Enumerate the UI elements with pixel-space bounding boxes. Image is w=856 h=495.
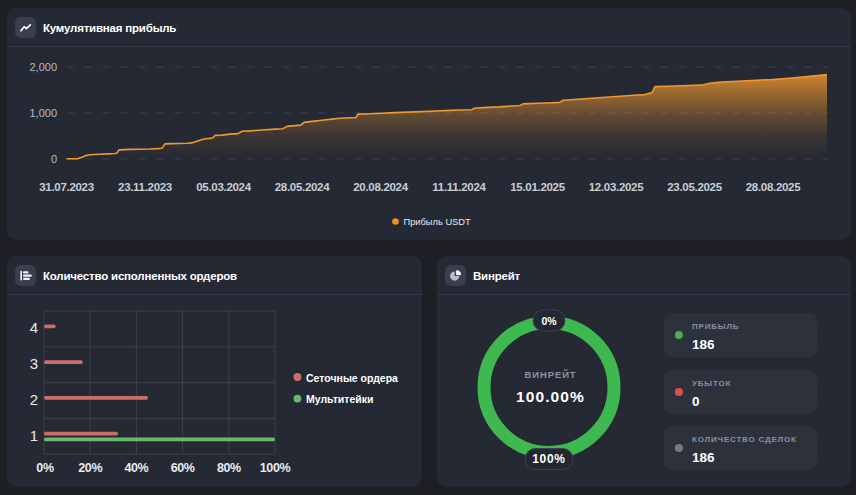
svg-text:11.11.2024: 11.11.2024 — [432, 181, 486, 193]
svg-text:0: 0 — [692, 394, 700, 409]
svg-text:0%: 0% — [36, 461, 54, 475]
svg-text:12.03.2025: 12.03.2025 — [589, 181, 644, 193]
svg-text:УБЫТОК: УБЫТОК — [692, 379, 731, 388]
svg-text:186: 186 — [692, 450, 715, 465]
svg-text:1,000: 1,000 — [29, 107, 57, 119]
svg-text:28.08.2025: 28.08.2025 — [746, 181, 801, 193]
svg-text:4: 4 — [30, 319, 38, 336]
svg-text:23.11.2023: 23.11.2023 — [118, 181, 172, 193]
svg-text:31.07.2023: 31.07.2023 — [39, 181, 94, 193]
svg-text:60%: 60% — [171, 461, 195, 475]
svg-text:ВИНРЕЙТ: ВИНРЕЙТ — [524, 369, 576, 380]
svg-text:28.05.2024: 28.05.2024 — [275, 181, 330, 193]
svg-text:0%: 0% — [541, 315, 557, 327]
svg-text:15.01.2025: 15.01.2025 — [510, 181, 565, 193]
svg-text:Сеточные ордера: Сеточные ордера — [306, 372, 398, 384]
svg-text:2,000: 2,000 — [29, 61, 57, 73]
svg-text:2: 2 — [30, 391, 38, 408]
svg-text:3: 3 — [30, 355, 38, 372]
svg-text:ПРИБЫЛЬ: ПРИБЫЛЬ — [692, 322, 739, 331]
svg-text:05.03.2024: 05.03.2024 — [196, 181, 251, 193]
svg-text:80%: 80% — [217, 461, 241, 475]
svg-text:100.00%: 100.00% — [516, 388, 585, 405]
svg-text:20%: 20% — [78, 461, 102, 475]
svg-text:100%: 100% — [532, 452, 566, 466]
svg-text:40%: 40% — [124, 461, 148, 475]
svg-text:20.08.2024: 20.08.2024 — [353, 181, 408, 193]
svg-text:1: 1 — [30, 427, 38, 444]
svg-text:100%: 100% — [260, 461, 291, 475]
svg-text:23.05.2025: 23.05.2025 — [667, 181, 722, 193]
svg-text:КОЛИЧЕСТВО СДЕЛОК: КОЛИЧЕСТВО СДЕЛОК — [692, 435, 797, 444]
svg-text:Мультитейки: Мультитейки — [306, 393, 373, 405]
svg-text:186: 186 — [692, 337, 715, 352]
svg-text:Прибыль USDT: Прибыль USDT — [404, 217, 472, 227]
svg-text:0: 0 — [51, 153, 57, 165]
